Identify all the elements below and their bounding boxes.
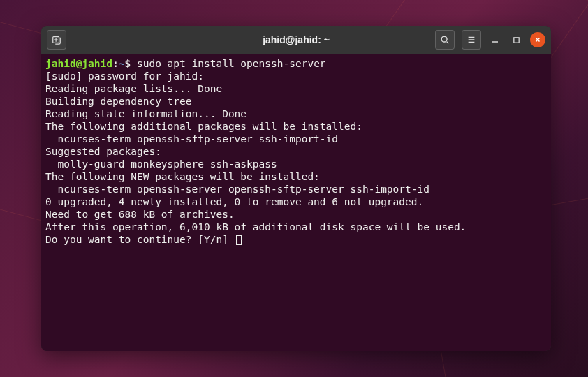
output-line: Building dependency tree	[45, 96, 192, 107]
output-line: ncurses-term openssh-sftp-server ssh-imp…	[45, 133, 338, 145]
terminal-output[interactable]: jahid@jahid:~$ sudo apt install openssh-…	[41, 54, 551, 351]
cursor-icon	[236, 235, 242, 245]
titlebar: jahid@jahid: ~	[41, 26, 551, 54]
command-text: sudo apt install openssh-server	[137, 58, 326, 69]
output-line: The following NEW packages will be insta…	[45, 171, 320, 182]
output-line: Need to get 688 kB of archives.	[45, 209, 235, 220]
output-line: ncurses-term openssh-server openssh-sftp…	[45, 184, 429, 195]
output-line: Reading package lists... Done	[45, 83, 222, 94]
hamburger-menu-button[interactable]	[462, 30, 481, 50]
prompt-path: ~	[119, 58, 125, 69]
terminal-window: jahid@jahid: ~	[41, 26, 551, 351]
svg-point-1	[441, 36, 447, 42]
output-line: Suggested packages:	[45, 146, 161, 157]
output-line: 0 upgraded, 4 newly installed, 0 to remo…	[45, 196, 423, 207]
new-tab-button[interactable]	[47, 30, 66, 50]
svg-rect-2	[513, 37, 518, 42]
search-button[interactable]	[435, 30, 455, 50]
output-line: The following additional packages will b…	[45, 121, 362, 132]
prompt-symbol: $	[125, 58, 137, 69]
close-button[interactable]	[530, 32, 545, 47]
output-line: Do you want to continue? [Y/n]	[45, 234, 235, 245]
prompt-separator: :	[112, 58, 119, 69]
minimize-button[interactable]	[488, 33, 502, 47]
prompt-user-host: jahid@jahid	[45, 58, 112, 69]
output-line: molly-guard monkeysphere ssh-askpass	[45, 158, 277, 170]
output-line: [sudo] password for jahid:	[45, 71, 204, 82]
maximize-button[interactable]	[509, 33, 523, 47]
window-title: jahid@jahid: ~	[263, 34, 330, 45]
output-line: After this operation, 6,010 kB of additi…	[45, 221, 466, 232]
output-line: Reading state information... Done	[45, 108, 247, 119]
